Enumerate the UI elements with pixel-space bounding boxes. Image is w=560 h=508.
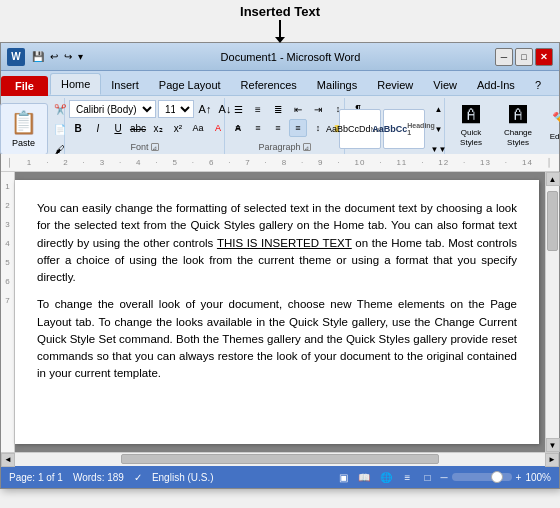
paste-label: Paste xyxy=(12,138,35,148)
paragraph-2: To change the overall look of your docum… xyxy=(37,296,517,382)
qa-redo-btn[interactable]: ↪ xyxy=(61,50,75,63)
zoom-level-text: 100% xyxy=(525,472,551,483)
print-layout-btn[interactable]: ▣ xyxy=(334,468,352,486)
document-outer: 1 2 3 4 5 6 7 You can easily change the … xyxy=(1,172,559,452)
tab-references[interactable]: References xyxy=(231,75,307,95)
status-right: ▣ 📖 🌐 ≡ □ ─ + 100% xyxy=(334,468,551,486)
style-normal-text: AaBbCcDd xyxy=(326,124,371,134)
editing-label: Editing xyxy=(550,132,560,142)
change-styles-icon: 🅰 xyxy=(509,105,527,126)
justify-btn[interactable]: ≡ xyxy=(289,119,307,137)
zoom-thumb xyxy=(491,471,503,483)
bullets-btn[interactable]: ☰ xyxy=(229,100,247,118)
view-buttons: ▣ 📖 🌐 ≡ □ xyxy=(334,468,436,486)
spell-check-icon[interactable]: ✓ xyxy=(134,472,142,483)
annotation-container: Inserted Text xyxy=(0,0,560,42)
paragraph-label: Paragraph ⊿ xyxy=(258,142,310,154)
qa-more-btn[interactable]: ▾ xyxy=(75,50,86,63)
strikethrough-button[interactable]: abc xyxy=(129,119,147,137)
ruler-content: │ 1 · 2 · 3 · 4 · 5 · 6 · 7 · 8 · 9 · 10… xyxy=(3,158,557,167)
zoom-slider[interactable] xyxy=(452,473,512,481)
status-bar: Page: 1 of 1 Words: 189 ✓ English (U.S.)… xyxy=(1,466,559,488)
font-label: Font ⊿ xyxy=(130,142,158,154)
italic-button[interactable]: I xyxy=(89,119,107,137)
align-center-btn[interactable]: ≡ xyxy=(249,119,267,137)
outline-btn[interactable]: ≡ xyxy=(398,468,416,486)
line-spacing-btn[interactable]: ↕ xyxy=(309,119,327,137)
tab-mailings[interactable]: Mailings xyxy=(307,75,367,95)
vertical-scrollbar[interactable]: ▲ ▼ xyxy=(545,172,559,452)
ribbon: 📋 Paste ✂️ 📄 🖌 Clipboard ⊿ xyxy=(1,96,559,154)
draft-btn[interactable]: □ xyxy=(418,468,436,486)
editing-icon: ✏️ xyxy=(552,111,560,130)
close-button[interactable]: ✕ xyxy=(535,48,553,66)
scroll-left-arrow[interactable]: ◄ xyxy=(1,453,15,467)
full-reading-btn[interactable]: 📖 xyxy=(354,468,374,486)
align-left-btn[interactable]: ≡ xyxy=(229,119,247,137)
annotation-text: Inserted Text xyxy=(240,4,320,19)
scroll-right-arrow[interactable]: ► xyxy=(545,453,559,467)
subscript-button[interactable]: x₂ xyxy=(149,119,167,137)
font-controls: Calibri (Body) 11 A↑ A↓ B I U abc x₂ xyxy=(69,98,220,142)
tab-home[interactable]: Home xyxy=(50,73,101,95)
font-size-select[interactable]: 11 xyxy=(158,100,194,118)
styles-controls: AaBbCcDd Normal AaBbCc Heading 1 ▲ ▼ ▼▼ xyxy=(339,98,451,158)
paragraph-expand[interactable]: ⊿ xyxy=(303,143,311,151)
tab-review[interactable]: Review xyxy=(367,75,423,95)
scroll-down-arrow[interactable]: ▼ xyxy=(546,438,560,452)
font-row1: Calibri (Body) 11 A↑ A↓ xyxy=(69,100,220,118)
para-row1: ☰ ≡ ≣ ⇤ ⇥ ↕ ¶ xyxy=(229,100,340,118)
maximize-button[interactable]: □ xyxy=(515,48,533,66)
qa-save-btn[interactable]: 💾 xyxy=(29,50,47,63)
horizontal-ruler: │ 1 · 2 · 3 · 4 · 5 · 6 · 7 · 8 · 9 · 10… xyxy=(1,154,559,172)
scroll-track-h[interactable] xyxy=(15,453,545,466)
style-heading1-text: AaBbCc xyxy=(372,124,407,134)
clear-format-button[interactable]: Aa xyxy=(189,119,207,137)
actions-section: 🅰 Quick Styles 🅰 Change Styles ✏️ Editin… xyxy=(445,98,560,154)
language[interactable]: English (U.S.) xyxy=(152,472,214,483)
tab-add-ins[interactable]: Add-Ins xyxy=(467,75,525,95)
tab-file[interactable]: File xyxy=(1,76,48,96)
align-right-btn[interactable]: ≡ xyxy=(269,119,287,137)
indent-decrease-btn[interactable]: ⇤ xyxy=(289,100,307,118)
web-layout-btn[interactable]: 🌐 xyxy=(376,468,396,486)
tab-insert[interactable]: Insert xyxy=(101,75,149,95)
tab-view[interactable]: View xyxy=(423,75,467,95)
zoom-plus-btn[interactable]: + xyxy=(516,472,522,483)
numbering-btn[interactable]: ≡ xyxy=(249,100,267,118)
style-heading1-box[interactable]: AaBbCc Heading 1 xyxy=(383,109,425,149)
scroll-track-v[interactable] xyxy=(546,186,559,438)
minimize-button[interactable]: ─ xyxy=(495,48,513,66)
tab-page-layout[interactable]: Page Layout xyxy=(149,75,231,95)
underline-button[interactable]: U xyxy=(109,119,127,137)
scroll-thumb-v[interactable] xyxy=(547,191,558,251)
zoom-minus-btn[interactable]: ─ xyxy=(440,472,447,483)
increase-font-btn[interactable]: A↑ xyxy=(196,100,214,118)
clipboard-controls: 📋 Paste ✂️ 📄 🖌 xyxy=(0,98,70,158)
document-page[interactable]: You can easily change the formatting of … xyxy=(15,180,539,444)
quick-styles-icon: 🅰 xyxy=(462,105,480,126)
qa-undo-btn[interactable]: ↩ xyxy=(47,50,61,63)
window-title: Document1 - Microsoft Word xyxy=(86,51,495,63)
annotation-arrow xyxy=(279,20,281,38)
scroll-thumb-h[interactable] xyxy=(121,454,439,464)
actions-controls: 🅰 Quick Styles 🅰 Change Styles ✏️ Editin… xyxy=(449,98,560,152)
page-count: Page: 1 of 1 xyxy=(9,472,63,483)
paste-button[interactable]: 📋 Paste xyxy=(0,103,48,155)
scroll-up-arrow[interactable]: ▲ xyxy=(546,172,560,186)
change-styles-button[interactable]: 🅰 Change Styles xyxy=(496,100,540,152)
bold-button[interactable]: B xyxy=(69,119,87,137)
horizontal-scrollbar[interactable]: ◄ ► xyxy=(1,452,559,466)
font-row2: B I U abc x₂ x² Aa A A xyxy=(69,119,220,137)
ribbon-section: 📋 Paste ✂️ 📄 🖌 Clipboard ⊿ xyxy=(1,96,559,154)
multilevel-btn[interactable]: ≣ xyxy=(269,100,287,118)
superscript-button[interactable]: x² xyxy=(169,119,187,137)
tab-help[interactable]: ? xyxy=(525,75,551,95)
zoom-controls: ─ + 100% xyxy=(440,472,551,483)
font-expand[interactable]: ⊿ xyxy=(151,143,159,151)
quick-styles-button[interactable]: 🅰 Quick Styles xyxy=(449,100,493,152)
indent-increase-btn[interactable]: ⇥ xyxy=(309,100,327,118)
inserted-text-span: THIS IS INSERTED TEXT xyxy=(217,237,352,249)
font-face-select[interactable]: Calibri (Body) xyxy=(69,100,156,118)
editing-button[interactable]: ✏️ Editing xyxy=(543,100,560,152)
